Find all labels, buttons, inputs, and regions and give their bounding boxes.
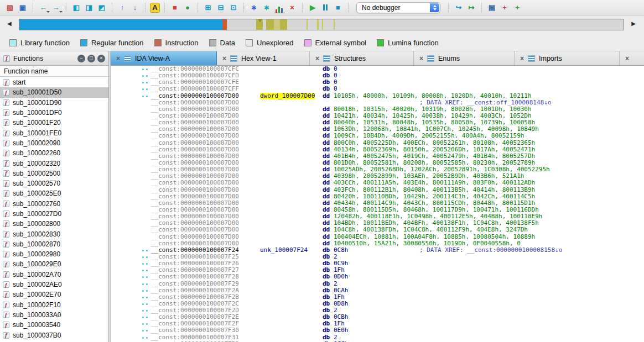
tab-close-icon[interactable]: × xyxy=(520,55,524,62)
text-representation-icon[interactable]: A xyxy=(150,3,160,13)
tab-close-icon[interactable]: × xyxy=(116,55,120,62)
asm-line[interactable]: __const:0000000100007F31db2 xyxy=(111,334,644,341)
asm-name[interactable]: unk_100007F24 xyxy=(260,247,308,254)
function-list-item[interactable]: fsub_1000029E0 xyxy=(0,259,108,269)
function-list-item[interactable]: fsub_1000037B0 xyxy=(0,330,108,340)
function-list-item[interactable]: fsub_100002980 xyxy=(0,249,108,259)
add-watch-icon[interactable]: + xyxy=(512,2,523,13)
tab-ida-view-a[interactable]: ×IDA View-A xyxy=(111,51,217,65)
function-list-item[interactable]: fsub_1000033A0 xyxy=(0,310,108,320)
add-breakpoint-icon[interactable]: + xyxy=(499,2,510,13)
chart-icon[interactable] xyxy=(274,2,285,13)
asm-line[interactable]: __const:0000000100007D00dd403FCh, 800112… xyxy=(111,187,644,193)
asm-line[interactable]: __const:0000000100007F2Adb0CAh xyxy=(111,287,644,294)
open-file-icon[interactable]: ▧ xyxy=(4,2,15,13)
asm-address: __const:0000000100007D00 xyxy=(151,140,239,146)
open-subviews-icon[interactable]: ▤ xyxy=(486,2,497,13)
jump-xref-icon[interactable]: ↓ xyxy=(129,2,141,13)
asm-line[interactable]: __const:0000000100007D00dd1009Ch, 10B4Dh… xyxy=(111,133,644,139)
tab-bar-close-icon[interactable]: × xyxy=(625,55,629,62)
function-list-item[interactable]: fsub_100002320 xyxy=(0,158,108,168)
pause-process-icon[interactable] xyxy=(320,2,331,13)
navigation-band[interactable] xyxy=(19,19,624,30)
add-struct-icon[interactable]: ⊞ xyxy=(202,2,214,13)
function-list-item[interactable]: fsub_100001FE0 xyxy=(0,128,108,138)
lumina-icon[interactable]: ● xyxy=(182,2,193,13)
function-list-item[interactable]: fsub_100002800 xyxy=(0,219,108,229)
asm-line[interactable]: __const:0000000100007D00dd10400510h, 15A… xyxy=(111,240,644,247)
asm-line[interactable]: __const:0000000100007D00dd800C0h, 400522… xyxy=(111,140,644,146)
band-scroll-left-icon[interactable]: ◀ xyxy=(7,20,12,27)
asm-line[interactable]: __const:0000000100007D00dd100404ECh, 108… xyxy=(111,234,644,240)
stop-process-icon[interactable]: ■ xyxy=(333,2,344,13)
tab-label: Hex View-1 xyxy=(241,55,277,62)
function-list-item[interactable]: fsub_100002AE0 xyxy=(0,280,108,290)
legend-label: External symbol xyxy=(315,39,366,47)
tab-hex-view-1[interactable]: ×Hex View-1 xyxy=(217,51,310,65)
function-name: sub_100002090 xyxy=(13,139,60,147)
function-list-item[interactable]: fstart xyxy=(0,77,108,87)
band-scroll-right-icon[interactable]: ▶ xyxy=(631,20,636,27)
debugger-select[interactable]: No debugger xyxy=(356,2,440,13)
function-list-item[interactable]: fsub_100002F10 xyxy=(0,300,108,310)
function-list-item[interactable]: fsub_1000027D0 xyxy=(0,209,108,219)
asm-line[interactable]: __const:0000000100007D00dd403CCh, 400111… xyxy=(111,180,644,186)
step-into-icon[interactable]: ↪ xyxy=(453,2,464,13)
navigate-forward-icon[interactable]: → xyxy=(50,2,61,13)
function-list-item[interactable]: fsub_100002830 xyxy=(0,229,108,239)
asm-name[interactable]: dword_100007D00 xyxy=(260,93,315,99)
asm-line[interactable]: __const:0000000100007D00dword_100007D00d… xyxy=(111,93,644,99)
function-list-item[interactable]: fsub_100001D90 xyxy=(0,98,108,108)
asm-line[interactable]: __const:0000000100007F28db0D0h xyxy=(111,273,644,280)
set-colors-icon[interactable]: ■ xyxy=(169,2,180,13)
asm-values: 2 xyxy=(334,281,337,287)
asm-values: 1009Ch, 10B4Dh, 4009Dh, 20052155h, 400A4… xyxy=(334,133,524,139)
function-list-item[interactable]: fsub_100002A70 xyxy=(0,270,108,280)
desktop-layout-icon[interactable]: ◩ xyxy=(96,2,107,13)
panel-close-button[interactable]: × xyxy=(97,55,105,62)
edit-function-icon[interactable]: ∗ xyxy=(261,2,272,13)
asm-line[interactable]: __const:0000000100007CFFdb0 xyxy=(111,86,644,92)
asm-line[interactable]: __const:0000000100007D00dd104C8h, 400138… xyxy=(111,227,644,233)
tab-enums[interactable]: ×Enums xyxy=(414,51,515,65)
function-f-icon: f xyxy=(3,302,9,308)
undefine-icon[interactable]: × xyxy=(287,2,298,13)
function-list-item[interactable]: fsub_100001DF0 xyxy=(0,108,108,118)
start-process-icon[interactable]: ▶ xyxy=(307,2,318,13)
add-enum-icon[interactable]: ⊟ xyxy=(215,2,226,13)
run-to-cursor-icon[interactable]: ↦ xyxy=(466,2,477,13)
function-name: sub_100002570 xyxy=(13,180,60,187)
function-name-column-header[interactable]: Function name xyxy=(0,66,108,77)
recent-windows-icon[interactable]: ◨ xyxy=(84,2,95,13)
panel-float-button[interactable]: □ xyxy=(87,55,95,62)
windows-list-icon[interactable]: ◧ xyxy=(71,2,82,13)
function-list-item[interactable]: fsub_100002870 xyxy=(0,239,108,249)
jump-address-icon[interactable]: ↑ xyxy=(117,2,128,13)
asm-line[interactable]: __const:0000000100007D00dd80420h, 100110… xyxy=(111,193,644,200)
asm-line[interactable]: __const:0000000100007F29db2 xyxy=(111,281,644,287)
debugger-select-stepper-icon[interactable] xyxy=(430,3,439,12)
tab-imports[interactable]: ×Imports xyxy=(515,51,620,65)
asm-line[interactable]: __const:0000000100007D00dd40134h, 800523… xyxy=(111,146,644,153)
tab-close-icon[interactable]: × xyxy=(222,55,226,62)
function-list-item[interactable]: fsub_100002090 xyxy=(0,138,108,148)
tab-close-icon[interactable]: × xyxy=(315,55,319,62)
function-list-item[interactable]: fsub_100002260 xyxy=(0,148,108,158)
asm-line[interactable]: __const:0000000100007F30db0E0h xyxy=(111,327,644,334)
function-list-item[interactable]: fsub_100001F20 xyxy=(0,118,108,128)
function-list-item[interactable]: fsub_100002570 xyxy=(0,178,108,188)
function-list-item[interactable]: fsub_100002E70 xyxy=(0,290,108,299)
navigate-back-icon[interactable]: ← xyxy=(38,2,49,13)
function-list-item[interactable]: fsub_100003540 xyxy=(0,320,108,330)
disassembly-view[interactable]: __const:0000000100007CFCdb0__const:00000… xyxy=(111,66,644,342)
function-list-item[interactable]: fsub_1000025E0 xyxy=(0,188,108,198)
function-list-item[interactable]: fsub_100002500 xyxy=(0,169,108,178)
function-list-item[interactable]: fsub_100001D50 xyxy=(0,87,108,97)
save-database-icon[interactable]: ▣ xyxy=(17,2,28,13)
tab-close-icon[interactable]: × xyxy=(419,55,423,62)
tab-structures[interactable]: ×Structures xyxy=(310,51,414,65)
function-list-item[interactable]: fsub_100002760 xyxy=(0,199,108,209)
create-function-icon[interactable]: ∗ xyxy=(248,2,259,13)
edit-struct-icon[interactable]: ⊡ xyxy=(228,2,239,13)
panel-pin-button[interactable]: − xyxy=(77,55,85,62)
